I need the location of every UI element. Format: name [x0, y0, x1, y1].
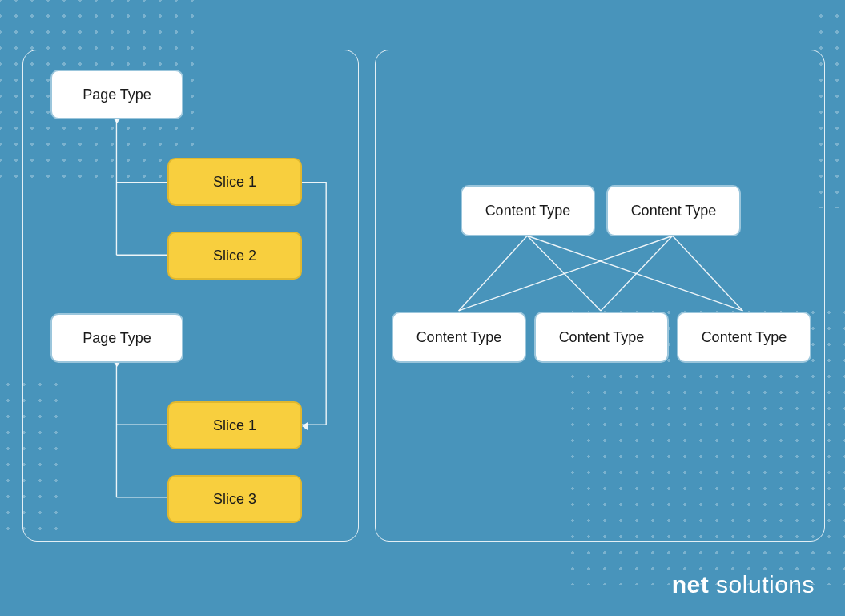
svg-line-6 [459, 236, 528, 311]
content-type-node-top-1: Content Type [461, 185, 595, 236]
slice-node-2a: Slice 1 [167, 401, 302, 449]
page-type-node-1: Page Type [50, 70, 183, 119]
arrowhead-icon [302, 422, 308, 430]
right-panel: Content Type Content Type Content Type C… [375, 50, 825, 542]
left-connectors [23, 50, 358, 541]
content-type-node-bottom-3: Content Type [677, 312, 811, 363]
right-connectors [376, 50, 824, 541]
svg-line-8 [527, 236, 742, 311]
svg-line-9 [459, 236, 673, 311]
slice-node-2b: Slice 3 [167, 475, 302, 523]
svg-line-10 [601, 236, 673, 311]
content-type-node-top-2: Content Type [606, 185, 741, 236]
brand-part2: solutions [716, 571, 815, 598]
svg-line-7 [527, 236, 601, 311]
svg-line-11 [673, 236, 743, 311]
left-panel: Page Type Slice 1 Slice 2 Page Type Slic… [22, 50, 359, 542]
content-type-node-bottom-2: Content Type [534, 312, 669, 363]
slice-node-1b: Slice 2 [167, 232, 302, 280]
page-type-node-2: Page Type [50, 313, 183, 363]
brand-part1: net [672, 571, 710, 598]
content-type-node-bottom-1: Content Type [392, 312, 526, 363]
brand-logo: net solutions [672, 571, 815, 598]
slice-node-1a: Slice 1 [167, 158, 302, 206]
